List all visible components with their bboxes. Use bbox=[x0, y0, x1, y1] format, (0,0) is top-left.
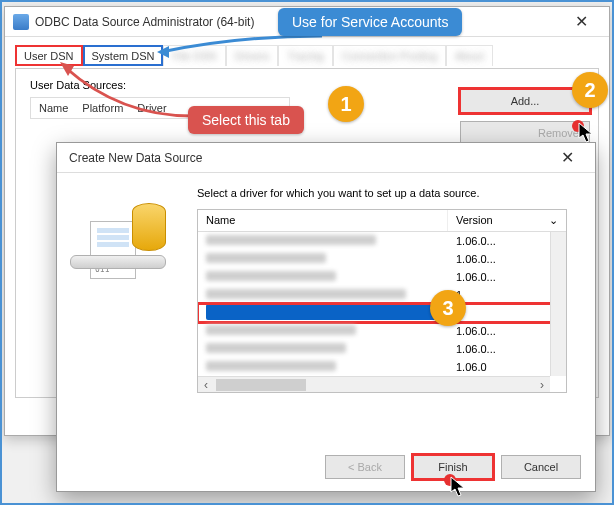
driver-row[interactable] bbox=[198, 304, 566, 322]
scrollbar-horizontal[interactable]: ‹ › bbox=[198, 376, 550, 392]
tab-ghost[interactable]: Connection Pooling bbox=[333, 45, 446, 66]
driver-row[interactable]: 1.06.0... bbox=[198, 322, 566, 340]
driver-row[interactable]: 1 bbox=[198, 286, 566, 304]
scrollbar-vertical[interactable] bbox=[550, 232, 566, 376]
driver-row[interactable]: 1.06.0 bbox=[198, 358, 566, 376]
odbc-icon bbox=[13, 14, 29, 30]
col-name[interactable]: Name bbox=[198, 210, 448, 231]
driver-row[interactable]: 1.06.0... bbox=[198, 268, 566, 286]
chevron-right-icon[interactable]: › bbox=[534, 378, 550, 392]
chevron-down-icon: ⌄ bbox=[549, 214, 558, 227]
wizard-titlebar: Create New Data Source ✕ bbox=[57, 143, 595, 173]
badge-1: 1 bbox=[328, 86, 364, 122]
close-icon[interactable]: ✕ bbox=[561, 8, 601, 36]
wizard-content: Select a driver for which you want to se… bbox=[197, 173, 595, 453]
cancel-button[interactable]: Cancel bbox=[501, 455, 581, 479]
badge-3: 3 bbox=[430, 290, 466, 326]
driver-list[interactable]: Name Version⌄ 1.06.0...1.06.0...1.06.0..… bbox=[197, 209, 567, 393]
callout-arrow bbox=[60, 62, 200, 122]
back-button: < Back bbox=[325, 455, 405, 479]
driver-row[interactable]: 1.06.0... bbox=[198, 232, 566, 250]
create-dsn-wizard: Create New Data Source ✕ Select a driver… bbox=[56, 142, 596, 492]
driver-row[interactable]: 1.06.0... bbox=[198, 340, 566, 358]
datasource-icon bbox=[90, 203, 164, 289]
wizard-body: Select a driver for which you want to se… bbox=[57, 173, 595, 453]
callout-arrow bbox=[157, 34, 327, 62]
wizard-graphic bbox=[57, 173, 197, 453]
svg-marker-0 bbox=[157, 46, 169, 58]
callout-select-tab: Select this tab bbox=[188, 106, 304, 134]
scroll-thumb[interactable] bbox=[216, 379, 306, 391]
driver-row[interactable]: 1.06.0... bbox=[198, 250, 566, 268]
add-button[interactable]: Add... bbox=[460, 89, 590, 113]
callout-service-accounts: Use for Service Accounts bbox=[278, 8, 462, 36]
chevron-left-icon[interactable]: ‹ bbox=[198, 378, 214, 392]
wizard-title: Create New Data Source bbox=[65, 151, 547, 165]
tab-ghost[interactable]: About bbox=[446, 45, 493, 66]
driver-list-header: Name Version⌄ bbox=[198, 210, 566, 232]
badge-2: 2 bbox=[572, 72, 608, 108]
col-version[interactable]: Version⌄ bbox=[448, 210, 566, 231]
wizard-instruction: Select a driver for which you want to se… bbox=[197, 187, 581, 199]
close-icon[interactable]: ✕ bbox=[547, 144, 587, 172]
